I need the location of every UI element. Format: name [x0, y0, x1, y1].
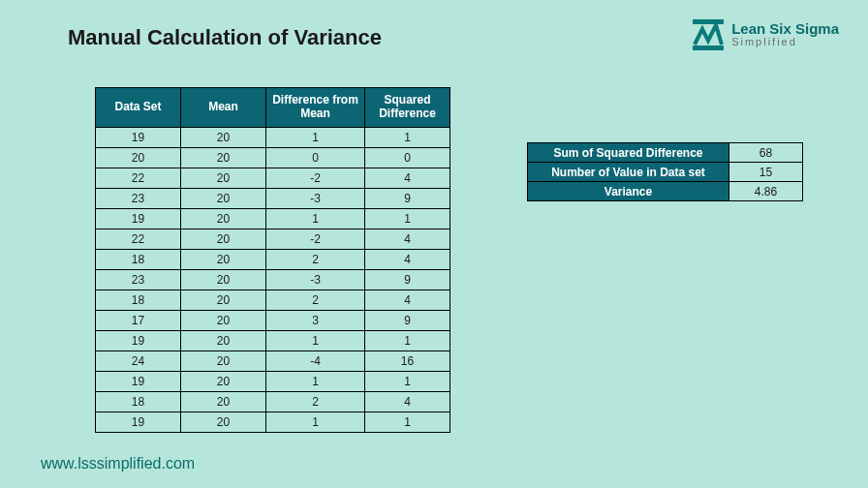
cell-mean: 20 [181, 229, 266, 249]
cell-diff: 0 [266, 147, 365, 168]
table-row: 2220-24 [96, 229, 450, 249]
cell-mean: 20 [181, 371, 266, 391]
cell-ds: 19 [96, 127, 181, 147]
cell-ds: 19 [96, 412, 181, 432]
cell-sq: 4 [365, 229, 450, 249]
col-header-dataset: Data Set [96, 88, 181, 128]
summary-row-n: Number of Value in Data set 15 [528, 163, 803, 182]
col-header-sqdiff: Squared Difference [365, 88, 450, 128]
cell-diff: 2 [266, 249, 365, 269]
cell-mean: 20 [181, 127, 266, 147]
cell-diff: -2 [266, 229, 365, 249]
cell-sq: 4 [365, 391, 450, 412]
cell-ds: 22 [96, 229, 181, 249]
summary-label: Number of Value in Data set [528, 163, 729, 182]
cell-diff: -3 [266, 269, 365, 290]
cell-sq: 9 [365, 188, 450, 208]
cell-diff: -3 [266, 188, 365, 208]
cell-sq: 1 [365, 127, 450, 147]
cell-ds: 24 [96, 351, 181, 371]
logo-icon [693, 19, 724, 50]
table-row: 182024 [96, 391, 450, 412]
cell-mean: 20 [181, 310, 266, 330]
page-title: Manual Calculation of Variance [68, 25, 382, 50]
cell-sq: 1 [365, 412, 450, 432]
brand-logo: Lean Six Sigma Simplified [693, 19, 839, 50]
table-row: 172039 [96, 310, 450, 330]
cell-mean: 20 [181, 351, 266, 371]
table-row: 2320-39 [96, 188, 450, 208]
cell-sq: 0 [365, 147, 450, 168]
table-row: 192011 [96, 330, 450, 351]
summary-label: Sum of Squared Difference [528, 143, 729, 163]
cell-sq: 4 [365, 290, 450, 310]
col-header-diff: Difference from Mean [266, 88, 365, 128]
table-row: 192011 [96, 412, 450, 432]
table-row: 192011 [96, 127, 450, 147]
cell-ds: 19 [96, 371, 181, 391]
cell-sq: 4 [365, 249, 450, 269]
cell-sq: 16 [365, 351, 450, 371]
cell-mean: 20 [181, 168, 266, 188]
table-row: 202000 [96, 147, 450, 168]
summary-label: Variance [528, 182, 729, 201]
svg-rect-1 [693, 46, 724, 50]
cell-sq: 9 [365, 269, 450, 290]
cell-mean: 20 [181, 249, 266, 269]
logo-text: Lean Six Sigma Simplified [731, 21, 839, 47]
summary-value: 4.86 [729, 182, 803, 201]
cell-mean: 20 [181, 208, 266, 229]
cell-ds: 22 [96, 168, 181, 188]
cell-diff: 1 [266, 208, 365, 229]
cell-mean: 20 [181, 290, 266, 310]
cell-ds: 19 [96, 330, 181, 351]
cell-diff: 1 [266, 127, 365, 147]
cell-mean: 20 [181, 330, 266, 351]
table-row: 182024 [96, 249, 450, 269]
variance-data-table: Data Set Mean Difference from Mean Squar… [95, 87, 450, 433]
cell-ds: 18 [96, 249, 181, 269]
svg-rect-0 [693, 19, 724, 24]
summary-row-variance: Variance 4.86 [528, 182, 803, 201]
cell-mean: 20 [181, 188, 266, 208]
table-row: 182024 [96, 290, 450, 310]
footer-url: www.lsssimplified.com [41, 455, 195, 473]
table-header-row: Data Set Mean Difference from Mean Squar… [96, 88, 450, 128]
summary-row-sumsq: Sum of Squared Difference 68 [528, 143, 803, 163]
cell-diff: -4 [266, 351, 365, 371]
cell-sq: 1 [365, 330, 450, 351]
cell-sq: 9 [365, 310, 450, 330]
cell-diff: 3 [266, 310, 365, 330]
table-row: 2320-39 [96, 269, 450, 290]
cell-ds: 20 [96, 147, 181, 168]
logo-line2: Simplified [731, 37, 839, 48]
summary-table: Sum of Squared Difference 68 Number of V… [527, 142, 803, 201]
cell-diff: 2 [266, 391, 365, 412]
col-header-mean: Mean [181, 88, 266, 128]
cell-mean: 20 [181, 391, 266, 412]
cell-mean: 20 [181, 412, 266, 432]
summary-value: 68 [729, 143, 803, 163]
cell-ds: 19 [96, 208, 181, 229]
cell-sq: 4 [365, 168, 450, 188]
cell-sq: 1 [365, 371, 450, 391]
cell-diff: 1 [266, 330, 365, 351]
table-row: 2220-24 [96, 168, 450, 188]
table-row: 192011 [96, 208, 450, 229]
logo-line1: Lean Six Sigma [731, 21, 839, 37]
cell-diff: -2 [266, 168, 365, 188]
cell-mean: 20 [181, 147, 266, 168]
cell-diff: 1 [266, 412, 365, 432]
cell-sq: 1 [365, 208, 450, 229]
cell-diff: 1 [266, 371, 365, 391]
cell-ds: 18 [96, 391, 181, 412]
table-body: 192011 202000 2220-24 2320-39 192011 222… [96, 127, 450, 432]
table-row: 2420-416 [96, 351, 450, 371]
cell-ds: 23 [96, 188, 181, 208]
cell-diff: 2 [266, 290, 365, 310]
cell-ds: 18 [96, 290, 181, 310]
summary-value: 15 [729, 163, 803, 182]
cell-ds: 17 [96, 310, 181, 330]
table-row: 192011 [96, 371, 450, 391]
cell-ds: 23 [96, 269, 181, 290]
